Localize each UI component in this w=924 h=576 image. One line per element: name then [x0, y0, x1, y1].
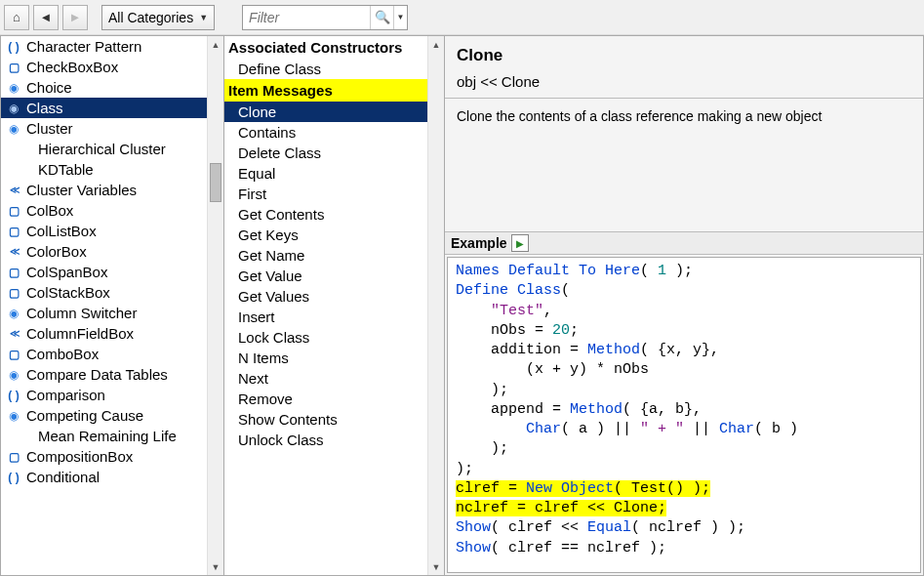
- message-item[interactable]: Get Values: [224, 286, 427, 307]
- category-item[interactable]: ◉Choice: [1, 77, 207, 98]
- scroll-up-icon[interactable]: ▲: [428, 36, 444, 53]
- category-item[interactable]: Hierarchical Cluster: [1, 139, 207, 159]
- ltlt-icon: ≪: [7, 328, 20, 339]
- message-item[interactable]: First: [224, 184, 427, 204]
- category-item[interactable]: ≪ColorBox: [1, 241, 207, 262]
- glb-icon: ◉: [7, 409, 20, 423]
- category-item-label: Conditional: [26, 469, 100, 485]
- box-icon: ▢: [7, 204, 20, 218]
- category-item[interactable]: ≪ColumnFieldBox: [1, 323, 207, 344]
- item-messages-header: Item Messages: [224, 79, 427, 102]
- category-item-label: Class: [26, 100, 63, 116]
- message-item[interactable]: Lock Class: [224, 327, 427, 348]
- message-item[interactable]: Get Contents: [224, 204, 427, 225]
- constructors-header: Associated Constructors: [224, 36, 427, 59]
- category-item-label: Cluster Variables: [26, 182, 137, 198]
- category-item[interactable]: ( )Conditional: [1, 467, 207, 487]
- category-item[interactable]: ▢ColListBox: [1, 221, 207, 241]
- message-item[interactable]: Get Name: [224, 245, 427, 266]
- category-item-label: Compare Data Tables: [26, 366, 168, 383]
- message-list-pane: Associated ConstructorsDefine ClassItem …: [224, 35, 444, 576]
- box-icon: ▢: [7, 266, 20, 279]
- category-item-label: Choice: [26, 79, 72, 96]
- detail-pane: Clone obj << Clone Clone the contents of…: [444, 35, 924, 576]
- glb-icon: ◉: [7, 122, 20, 136]
- glb-icon: ◉: [7, 81, 20, 95]
- box-icon: ▢: [7, 225, 20, 238]
- detail-signature: obj << Clone: [457, 73, 911, 90]
- category-scrollbar[interactable]: ▲ ▼: [207, 36, 223, 575]
- message-item[interactable]: Get Value: [224, 266, 427, 286]
- filter-search[interactable]: 🔍 ▼: [242, 5, 408, 30]
- home-button[interactable]: ⌂: [4, 5, 29, 30]
- message-item[interactable]: Show Contents: [224, 409, 427, 430]
- category-item[interactable]: ( )Comparison: [1, 385, 207, 405]
- category-item-label: Competing Cause: [26, 407, 143, 424]
- category-item[interactable]: KDTable: [1, 159, 207, 180]
- category-item[interactable]: ◉Cluster: [1, 118, 207, 139]
- category-item[interactable]: ≪Cluster Variables: [1, 180, 207, 200]
- category-item[interactable]: ▢ComboBox: [1, 344, 207, 364]
- category-item[interactable]: ◉Compare Data Tables: [1, 364, 207, 385]
- message-item[interactable]: Next: [224, 368, 427, 389]
- detail-description: Clone the contents of a class reference …: [445, 99, 923, 134]
- ltlt-icon: ≪: [7, 246, 20, 257]
- box-icon: ▢: [7, 61, 20, 74]
- message-item[interactable]: Get Keys: [224, 225, 427, 245]
- category-item-label: ColumnFieldBox: [26, 325, 134, 342]
- category-list[interactable]: ( )Character Pattern▢CheckBoxBox◉Choice◉…: [1, 36, 207, 575]
- constructor-item[interactable]: Define Class: [224, 59, 427, 79]
- category-item[interactable]: ( )Character Pattern: [1, 36, 207, 57]
- detail-header: Clone obj << Clone: [445, 36, 923, 99]
- message-item[interactable]: Clone: [224, 102, 427, 122]
- category-item-label: ColorBox: [26, 243, 87, 260]
- run-example-button[interactable]: ▶: [511, 234, 529, 252]
- message-item[interactable]: Delete Class: [224, 143, 427, 163]
- paren-icon: ( ): [7, 40, 20, 54]
- category-item-label: Mean Remaining Life: [38, 428, 177, 444]
- category-item-label: Hierarchical Cluster: [38, 141, 166, 157]
- category-item[interactable]: ◉Column Switcher: [1, 303, 207, 323]
- category-item[interactable]: Mean Remaining Life: [1, 426, 207, 446]
- scroll-down-icon[interactable]: ▼: [208, 558, 223, 575]
- category-dropdown[interactable]: All Categories ▼: [101, 5, 215, 30]
- scroll-down-icon[interactable]: ▼: [428, 558, 444, 575]
- category-item-label: ColStackBox: [26, 284, 110, 301]
- forward-button[interactable]: ►: [62, 5, 88, 30]
- scroll-up-icon[interactable]: ▲: [208, 36, 223, 53]
- category-item-label: Column Switcher: [26, 305, 137, 321]
- paren-icon: ( ): [7, 389, 20, 402]
- back-button[interactable]: ◄: [33, 5, 59, 30]
- category-item[interactable]: ▢CheckBoxBox: [1, 57, 207, 77]
- message-item[interactable]: Equal: [224, 163, 427, 184]
- category-item[interactable]: ◉Competing Cause: [1, 405, 207, 426]
- search-icon[interactable]: 🔍: [370, 6, 393, 29]
- category-item[interactable]: ▢ColSpanBox: [1, 262, 207, 282]
- scroll-thumb[interactable]: [210, 163, 221, 202]
- category-item-label: Comparison: [26, 387, 105, 403]
- box-icon: ▢: [7, 450, 20, 464]
- content-area: ( )Character Pattern▢CheckBoxBox◉Choice◉…: [0, 35, 924, 576]
- detail-title: Clone: [457, 46, 911, 65]
- glb-icon: ◉: [7, 102, 20, 115]
- category-item[interactable]: ▢ColStackBox: [1, 282, 207, 303]
- category-item-label: ColBox: [26, 202, 73, 219]
- category-item-label: CompositionBox: [26, 448, 133, 465]
- message-item[interactable]: N Items: [224, 348, 427, 368]
- category-item-label: Cluster: [26, 120, 73, 137]
- category-item-label: CheckBoxBox: [26, 59, 118, 75]
- message-scrollbar[interactable]: ▲ ▼: [427, 36, 444, 575]
- category-item[interactable]: ◉Class: [1, 98, 207, 118]
- message-item[interactable]: Insert: [224, 307, 427, 327]
- message-item[interactable]: Unlock Class: [224, 430, 427, 450]
- chevron-down-icon: ▼: [199, 13, 208, 22]
- message-list[interactable]: Associated ConstructorsDefine ClassItem …: [224, 36, 427, 575]
- glb-icon: ◉: [7, 368, 20, 382]
- filter-input[interactable]: [243, 10, 370, 25]
- search-dropdown-icon[interactable]: ▼: [393, 6, 407, 29]
- category-item[interactable]: ▢CompositionBox: [1, 446, 207, 467]
- message-item[interactable]: Contains: [224, 122, 427, 143]
- message-item[interactable]: Remove: [224, 389, 427, 409]
- category-item[interactable]: ▢ColBox: [1, 200, 207, 221]
- example-code[interactable]: Names Default To Here( 1 ); Define Class…: [447, 257, 921, 573]
